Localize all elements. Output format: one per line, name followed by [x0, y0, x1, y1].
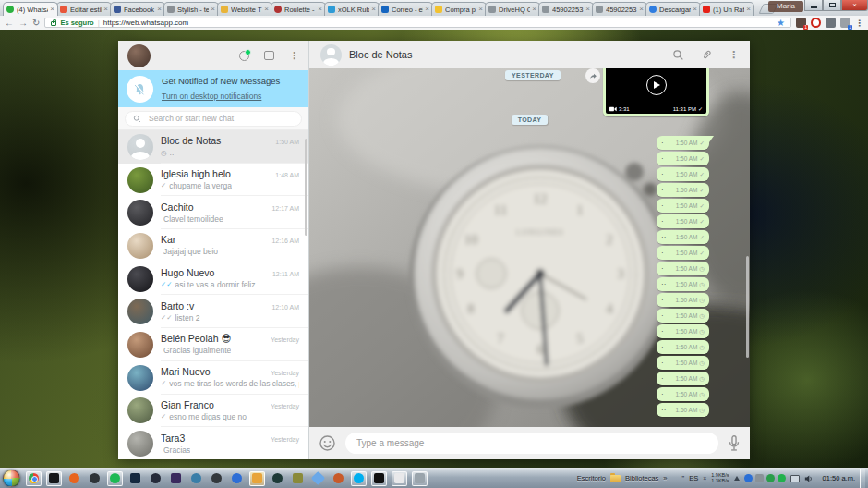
toolbar-chevrons[interactable]: »: [663, 474, 667, 482]
taskbar-app-icon[interactable]: [148, 471, 163, 486]
tray-app-icon[interactable]: [766, 474, 775, 482]
taskbar-app-icon[interactable]: [107, 471, 123, 486]
tab-close-icon[interactable]: ×: [746, 6, 751, 13]
show-desktop-button[interactable]: [860, 469, 865, 488]
chat-search-icon[interactable]: [672, 49, 684, 61]
taskbar-app-icon[interactable]: [310, 471, 326, 486]
browser-menu-icon[interactable]: ⋮: [855, 18, 863, 28]
libraries-toolbar-label[interactable]: Bibliotecas: [625, 474, 658, 482]
language-indicator[interactable]: ES: [689, 474, 698, 482]
tab-close-icon[interactable]: ×: [157, 6, 162, 13]
ime-close-icon[interactable]: ×: [703, 475, 706, 482]
browser-tab[interactable]: Facebook ×: [110, 2, 165, 16]
chat-list-item[interactable]: Iglesia high helo 1:48 AM ✓ chupame la v…: [118, 164, 308, 197]
browser-profile-chip[interactable]: Maria: [768, 1, 803, 12]
taskbar-app-icon[interactable]: [371, 471, 387, 486]
extension-icon-1[interactable]: 1: [796, 18, 806, 28]
taskbar-clock[interactable]: 01:50 a.m.: [818, 474, 860, 482]
tab-close-icon[interactable]: ×: [639, 6, 644, 13]
forward-icon[interactable]: →: [18, 18, 28, 28]
taskbar-app-icon[interactable]: [351, 471, 367, 486]
taskbar-app-icon[interactable]: [188, 471, 204, 486]
chat-list-item[interactable]: Hugo Nuevo 12:11 AM ✓✓ asi te vas a dorm…: [118, 262, 308, 296]
extension-icon-4[interactable]: 1: [840, 18, 850, 28]
tab-close-icon[interactable]: ×: [532, 6, 536, 13]
refresh-icon[interactable]: ↻: [32, 18, 40, 28]
extension-icon-2[interactable]: [811, 18, 821, 28]
play-button[interactable]: [646, 75, 667, 95]
taskbar-app-icon[interactable]: [412, 471, 428, 486]
new-chat-icon[interactable]: [264, 51, 274, 60]
emoji-icon[interactable]: [319, 434, 336, 452]
close-button[interactable]: ×: [841, 0, 868, 11]
chat-header[interactable]: Bloc de Notas ⋮: [309, 41, 750, 68]
microphone-icon[interactable]: [728, 435, 741, 452]
tray-app-icon[interactable]: [778, 474, 786, 482]
ime-quote-indicator[interactable]: ": [682, 474, 685, 482]
tab-close-icon[interactable]: ×: [318, 6, 322, 13]
chat-scrollbar[interactable]: [746, 256, 749, 358]
libraries-folder-icon[interactable]: [610, 475, 621, 482]
forward-message-button[interactable]: [585, 68, 600, 83]
browser-tab[interactable]: Compra p ×: [431, 2, 487, 16]
taskbar-app-icon[interactable]: [26, 471, 42, 486]
search-input[interactable]: [147, 113, 294, 124]
taskbar-app-icon[interactable]: [392, 471, 407, 486]
taskbar-app-icon[interactable]: [87, 471, 102, 486]
browser-tab[interactable]: Roulette - ×: [271, 2, 326, 16]
taskbar-app-icon[interactable]: [66, 471, 82, 486]
tray-app-icon[interactable]: [755, 474, 764, 482]
maximize-button[interactable]: [823, 0, 841, 11]
taskbar-app-icon[interactable]: [209, 471, 224, 486]
browser-tab[interactable]: (4) WhatsA ×: [3, 2, 58, 16]
tab-close-icon[interactable]: ×: [264, 6, 269, 13]
tab-close-icon[interactable]: ×: [478, 6, 483, 13]
extension-icon-3[interactable]: [826, 18, 836, 28]
chat-list-item[interactable]: Bloc de Notas 1:50 AM ◷ ..: [118, 130, 308, 164]
sidebar-menu-icon[interactable]: ⋮: [289, 51, 299, 61]
chat-list-item[interactable]: Kar 12:16 AM Jajajaj que beio: [118, 229, 308, 262]
browser-tab[interactable]: Stylish - te ×: [163, 2, 219, 16]
chat-list-item[interactable]: Belén Peolah 😎 Yesterday Gracias igualme…: [118, 328, 308, 361]
chat-menu-icon[interactable]: ⋮: [729, 50, 739, 60]
browser-tab[interactable]: Website T ×: [217, 2, 272, 16]
message-input[interactable]: [345, 433, 718, 454]
taskbar-app-icon[interactable]: [168, 471, 184, 486]
network-status-icon[interactable]: [790, 475, 800, 482]
chat-list-item[interactable]: Barto :v 12:10 AM ✓✓ listen 2: [118, 295, 308, 328]
notifications-banner[interactable]: Get Notified of New Messages Turn on des…: [118, 70, 308, 107]
bookmark-star-icon[interactable]: ★: [777, 18, 785, 28]
browser-tab[interactable]: Editar estil ×: [56, 2, 112, 16]
taskbar-app-icon[interactable]: [249, 471, 265, 486]
taskbar-app-icon[interactable]: [290, 471, 306, 486]
tab-close-icon[interactable]: ×: [693, 6, 697, 13]
chat-header-avatar[interactable]: [320, 44, 342, 66]
taskbar-app-icon[interactable]: [229, 471, 245, 486]
browser-tab[interactable]: (1) Un Rat ×: [699, 2, 754, 16]
browser-tab[interactable]: Correo - el ×: [378, 2, 433, 16]
video-message-bubble[interactable]: 3:31 11:31 PM ✓: [603, 68, 709, 116]
taskbar-app-icon[interactable]: [127, 471, 143, 486]
chat-list-item[interactable]: Cachito 12:17 AM Clavel temoilidee: [118, 196, 308, 229]
taskbar-app-icon[interactable]: [331, 471, 346, 486]
back-icon[interactable]: ←: [5, 18, 14, 28]
user-avatar[interactable]: [127, 44, 151, 67]
chat-list-item[interactable]: Tara3 Yesterday Gracias: [118, 427, 308, 459]
tab-close-icon[interactable]: ×: [585, 6, 590, 13]
chat-list-item[interactable]: Mari Nuevo Yesterday ✓ vos me tiras los …: [118, 361, 308, 395]
tab-close-icon[interactable]: ×: [103, 6, 108, 13]
browser-tab[interactable]: 45902253 ×: [538, 2, 594, 16]
browser-tab[interactable]: Descargar ×: [645, 2, 701, 16]
browser-tab[interactable]: 45902253 ×: [592, 2, 647, 16]
chat-list-item[interactable]: Gian Franco Yesterday ✓ esno me digas qu…: [118, 395, 308, 428]
start-button[interactable]: [3, 470, 20, 487]
show-hidden-icons-button[interactable]: [734, 476, 740, 481]
tab-close-icon[interactable]: ×: [425, 6, 429, 13]
taskbar-app-icon[interactable]: [270, 471, 285, 486]
search-box[interactable]: [125, 111, 302, 127]
browser-tab[interactable]: xOLK Rub ×: [324, 2, 380, 16]
volume-icon[interactable]: [804, 474, 814, 483]
tab-close-icon[interactable]: ×: [50, 6, 54, 13]
taskbar-app-icon[interactable]: [46, 471, 62, 486]
status-icon[interactable]: [239, 51, 249, 61]
